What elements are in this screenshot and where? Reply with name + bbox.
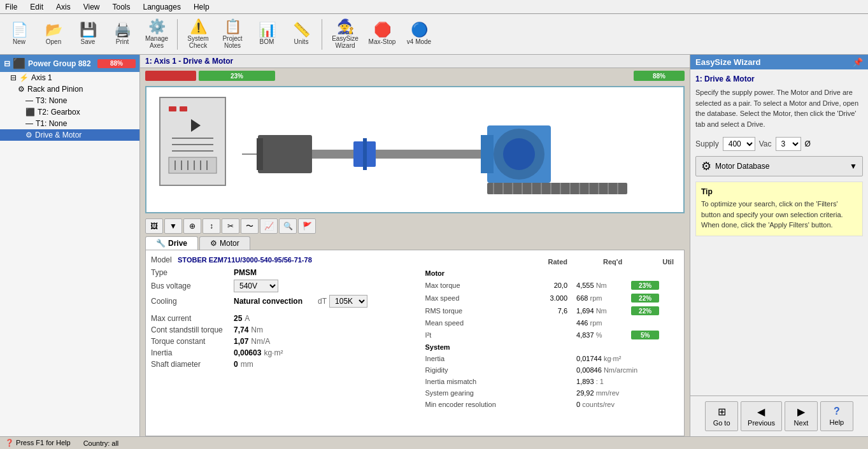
tree-item-rack[interactable]: ⚙ Rack and Pinion [0, 83, 139, 95]
menu-view[interactable]: View [81, 1, 103, 13]
maxstop-button[interactable]: 🛑 Max-Stop [366, 16, 399, 53]
project-notes-button[interactable]: 📋 Project Notes [216, 16, 249, 53]
easysize-wizard-button[interactable]: 🧙 EasySize Wizard [326, 16, 364, 53]
goto-button[interactable]: ⊞ Go to [705, 401, 738, 431]
cooling-row: Cooling Natural convection dT 105K 90K [151, 295, 410, 308]
sys-gearing-rated [533, 388, 571, 398]
print-label: Print [116, 38, 129, 45]
t2-label: T2: Gearbox [38, 108, 80, 117]
wizard-footer: ⊞ Go to ◀ Previous ▶ Next ? Help [690, 396, 868, 436]
max-speed-label: Max speed [422, 292, 532, 304]
motor-database-button[interactable]: ⚙ Motor Database ▼ [695, 156, 863, 176]
menu-languages[interactable]: Languages [141, 1, 183, 13]
supply-row: Supply 400 480 200 Vac 3 1 Ø [695, 137, 863, 151]
table-row-max-speed: Max speed 3.000 668 rpm 22% [422, 292, 678, 304]
diag-btn-axis[interactable]: ⊕ [183, 218, 201, 234]
vac-select[interactable]: 3 1 [776, 137, 801, 151]
expand-icon[interactable]: ⊟ [4, 59, 10, 68]
max-torque-rated: 20,0 [533, 280, 571, 291]
dt-select[interactable]: 105K 90K [329, 295, 367, 308]
print-button[interactable]: 🖨️ Print [106, 16, 139, 53]
table-row-inertia-mismatch: Inertia mismatch 1,893 : 1 [422, 376, 678, 387]
table-row-sys-inertia: Inertia 0,01744 kg·m² [422, 353, 678, 364]
rigidity-rated [533, 365, 571, 375]
i2t-label: I²t [422, 329, 532, 341]
diag-btn-line[interactable]: 📈 [260, 218, 278, 234]
mean-speed-util [627, 318, 678, 328]
tree-item-t3[interactable]: — T3: None [0, 95, 139, 106]
new-button[interactable]: 📄 New [3, 16, 36, 53]
right-panel: EasySize Wizard 📌 1: Drive & Motor Speci… [690, 55, 868, 436]
rack-icon: ⚙ [18, 85, 25, 94]
menu-help[interactable]: Help [191, 1, 212, 13]
bus-voltage-select[interactable]: 540V 400V [234, 280, 278, 292]
drive-controller-box [159, 97, 226, 186]
tab-drive[interactable]: 🔧 Drive [145, 236, 198, 250]
diag-btn-flag[interactable]: 🚩 [298, 218, 316, 234]
max-current-value: 25 [234, 314, 242, 323]
inertia-row: Inertia 0,00603 kg·m² [151, 348, 410, 357]
open-button[interactable]: 📂 Open [37, 16, 70, 53]
menu-axis[interactable]: Axis [53, 1, 73, 13]
progress-area: 23% 88% [140, 68, 690, 83]
content-area: Model STOBER EZM711U/3000-540-95/56-71-7… [145, 250, 685, 436]
previous-icon: ◀ [757, 406, 765, 418]
country-status: Country: all [83, 439, 119, 447]
tree-item-t1[interactable]: — T1: None [0, 118, 139, 129]
save-label: Save [81, 38, 96, 45]
motor-assembly-svg [239, 100, 653, 208]
col-header-util: Util [627, 257, 678, 267]
tree-item-drive-motor[interactable]: ⚙ Drive & Motor [0, 129, 139, 141]
svg-marker-2 [191, 119, 201, 132]
rigidity-label: Rigidity [422, 365, 532, 375]
help-key-hint: ❓ Press F1 for Help [5, 439, 71, 447]
diag-btn-dropdown[interactable]: ▼ [164, 218, 182, 234]
max-current-unit: A [245, 314, 250, 323]
shaft-diam-unit: mm [241, 360, 253, 369]
min-encoder-rated [533, 399, 571, 410]
toolbar-separator-2 [322, 19, 322, 50]
left-panel: ⊟ ⬛ Power Group 882 88% ⊟ ⚡ Axis 1 ⚙ Rac… [0, 55, 140, 436]
bom-button[interactable]: 📊 BOM [250, 16, 283, 53]
left-specs: Model STOBER EZM711U/3000-540-95/56-71-7… [151, 255, 410, 431]
tab-motor[interactable]: ⚙ Motor [199, 236, 250, 250]
menu-file[interactable]: File [3, 1, 20, 13]
diag-btn-zoom[interactable]: 🔍 [279, 218, 297, 234]
units-button[interactable]: 📏 Units [285, 16, 318, 53]
toolbar-separator-1 [177, 19, 178, 50]
tree-axis[interactable]: ⊟ ⚡ Axis 1 [0, 72, 139, 83]
save-button[interactable]: 💾 Save [71, 16, 104, 53]
supply-select[interactable]: 400 480 200 [723, 137, 755, 151]
diag-btn-move[interactable]: ✂ [222, 218, 239, 234]
table-row-max-torque: Max torque 20,0 4,555 Nm 23% [422, 280, 678, 291]
v4mode-button[interactable]: 🔵 v4 Mode [400, 16, 438, 53]
diag-btn-curve[interactable]: 〜 [241, 218, 259, 234]
inertia-label: Inertia [151, 348, 234, 357]
system-check-button[interactable]: ⚠️ System Check [181, 16, 215, 53]
sys-inertia-label: Inertia [422, 353, 532, 364]
goto-icon: ⊞ [718, 406, 726, 418]
easysize-icon: 🧙 [337, 20, 354, 34]
cooling-value: Natural convection [234, 297, 302, 306]
tree-item-t2[interactable]: ⬛ T2: Gearbox [0, 106, 139, 118]
diag-btn-cursor[interactable]: ↕ [203, 218, 220, 234]
rms-torque-rated: 7,6 [533, 305, 571, 317]
col-header-label [422, 257, 532, 267]
manage-axes-button[interactable]: ⚙️ Manage Axes [140, 16, 173, 53]
diag-btn-1[interactable]: 🖼 [145, 218, 163, 234]
wizard-pin-icon[interactable]: 📌 [853, 57, 863, 67]
table-row-mean-speed: Mean speed 446 rpm [422, 318, 678, 328]
supply-label: Supply [695, 139, 719, 148]
next-button[interactable]: ▶ Next [785, 401, 818, 431]
save-icon: 💾 [80, 23, 97, 37]
print-icon: 🖨️ [114, 23, 131, 37]
previous-button[interactable]: ◀ Previous [741, 401, 782, 431]
bus-voltage-label: Bus voltage [151, 282, 234, 290]
help-button[interactable]: ? Help [820, 401, 853, 431]
menu-edit[interactable]: Edit [27, 1, 46, 13]
max-speed-util-bar: 22% [631, 294, 659, 303]
system-check-icon: ⚠️ [190, 20, 207, 34]
menu-tools[interactable]: Tools [110, 1, 133, 13]
menu-bar: File Edit Axis View Tools Languages Help [0, 0, 868, 14]
diagram-toolbar: 🖼 ▼ ⊕ ↕ ✂ 〜 📈 🔍 🚩 [140, 216, 690, 236]
